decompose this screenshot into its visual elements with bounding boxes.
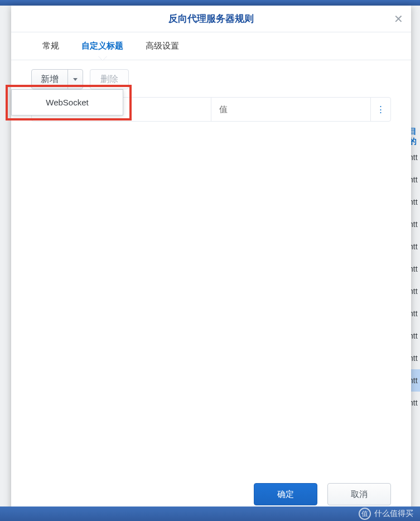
add-button[interactable]: 新增 [32, 70, 68, 89]
button-label: 取消 [351, 489, 368, 499]
app-header-band [0, 0, 420, 6]
chevron-down-icon [73, 78, 78, 81]
close-icon[interactable]: ✕ [394, 12, 403, 26]
dialog-header: 反向代理服务器规则 ✕ [11, 6, 411, 32]
column-value[interactable]: 值 [211, 98, 371, 121]
dropdown-item-websocket[interactable]: WebSocket [12, 90, 123, 115]
dialog-title: 反向代理服务器规则 [168, 12, 254, 25]
add-split-button: 新增 [31, 69, 83, 89]
dropdown-item-label: WebSocket [46, 98, 88, 107]
watermark-badge-icon: 值 [359, 508, 371, 520]
button-label: 新增 [41, 74, 59, 85]
column-menu-icon[interactable]: ⋮ [370, 98, 390, 121]
tab-label: 常规 [42, 41, 59, 51]
app-footer-band [0, 506, 420, 521]
button-label: 确定 [277, 489, 294, 499]
reverse-proxy-rule-dialog: 反向代理服务器规则 ✕ 常规 自定义标题 高级设置 新增 删除 WebSocke… [11, 6, 411, 518]
watermark-text: 什么值得买 [374, 509, 413, 519]
add-dropdown-menu: WebSocket [11, 89, 123, 115]
dialog-tabs: 常规 自定义标题 高级设置 [11, 32, 411, 60]
tab-advanced[interactable]: 高级设置 [134, 32, 190, 60]
toolbar: 新增 删除 WebSocket [31, 69, 391, 89]
add-dropdown-trigger[interactable] [68, 70, 83, 89]
delete-button[interactable]: 删除 [90, 69, 129, 89]
cancel-button[interactable]: 取消 [327, 483, 391, 505]
dialog-body: 新增 删除 WebSocket 值 ⋮ [11, 60, 411, 473]
button-label: 删除 [100, 74, 118, 85]
ok-button[interactable]: 确定 [254, 483, 317, 505]
tab-label: 自定义标题 [81, 41, 123, 51]
tab-general[interactable]: 常规 [31, 32, 70, 60]
watermark: 值 什么值得买 [359, 508, 413, 520]
tab-custom-headers[interactable]: 自定义标题 [70, 32, 134, 60]
tab-label: 高级设置 [146, 41, 179, 51]
